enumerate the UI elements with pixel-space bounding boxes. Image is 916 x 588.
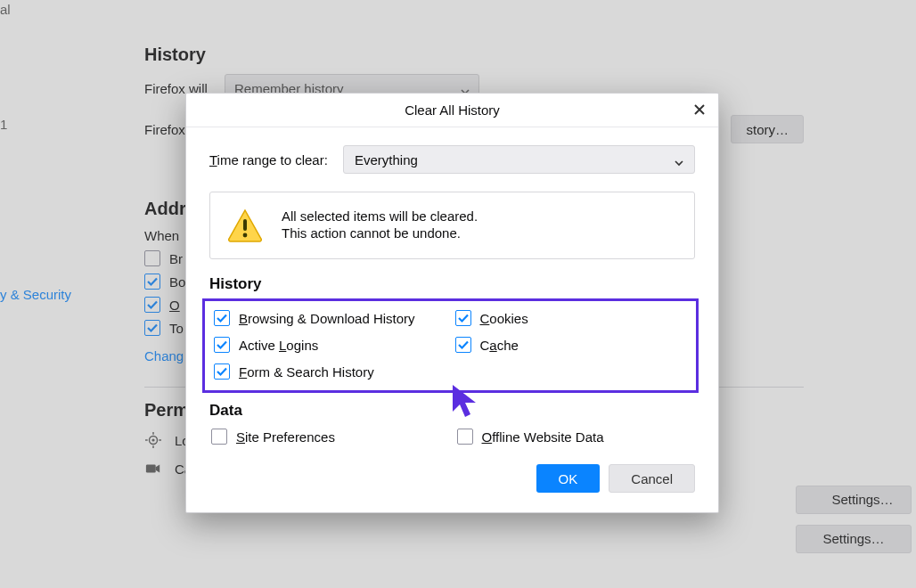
warning-line1: All selected items will be cleared. xyxy=(282,208,478,224)
time-range-row: Time range to clear: Everything xyxy=(209,145,695,174)
camera-icon xyxy=(144,460,162,478)
checkbox-label: Form & Search History xyxy=(239,364,374,380)
warning-text: All selected items will be cleared. This… xyxy=(282,208,478,242)
location-icon xyxy=(144,431,162,449)
clear-history-button-label: story… xyxy=(746,122,789,137)
firefox-will-text2: Firefox xyxy=(144,122,185,137)
checkbox-row-site-preferences: Site Preferences xyxy=(211,429,448,445)
checkbox-offline-website-data[interactable] xyxy=(457,429,473,445)
sidebar-item-unknown-fragment[interactable]: 1 xyxy=(0,117,94,132)
svg-point-8 xyxy=(243,233,248,238)
settings-button-label: Settings… xyxy=(814,492,893,507)
ok-button-label: OK xyxy=(559,471,578,486)
checkbox-label: Site Preferences xyxy=(236,429,335,445)
settings-button-camera[interactable]: Settings… xyxy=(796,525,912,553)
ok-button[interactable]: OK xyxy=(536,464,601,493)
close-button[interactable] xyxy=(690,101,709,120)
cb-br-label: Br xyxy=(169,251,183,266)
svg-rect-7 xyxy=(243,219,247,231)
settings-sidebar: al 1 y & Security xyxy=(0,0,94,588)
history-heading: History xyxy=(144,45,804,65)
checkbox-label: Active Logins xyxy=(239,338,318,353)
warning-box: All selected items will be cleared. This… xyxy=(209,192,695,259)
cb-to-label: To xyxy=(169,321,184,336)
checkbox-row-form-search: Form & Search History xyxy=(214,363,446,380)
annotation-highlight-box: Browsing & Download History Cookies Acti… xyxy=(202,298,699,393)
svg-point-1 xyxy=(151,438,154,441)
checkbox-browsing-history[interactable] xyxy=(144,250,160,266)
dialog-footer: OK Cancel xyxy=(186,461,718,512)
checkbox-cache[interactable] xyxy=(455,337,471,353)
checkbox-row-cache: Cache xyxy=(455,337,688,353)
warning-icon xyxy=(226,207,264,244)
clear-history-button-bg[interactable]: story… xyxy=(731,115,804,143)
chevron-down-icon xyxy=(675,155,683,164)
time-range-label: Time range to clear: xyxy=(209,152,332,167)
svg-rect-6 xyxy=(146,465,156,473)
checkbox-browsing-download-history[interactable] xyxy=(214,310,230,326)
checkbox-site-preferences[interactable] xyxy=(211,429,227,445)
checkbox-bookmarks[interactable] xyxy=(144,274,160,290)
checkbox-label: Cache xyxy=(480,338,519,353)
checkbox-label: Cookies xyxy=(480,311,528,326)
sidebar-item-privacy-security[interactable]: y & Security xyxy=(0,283,94,306)
chevron-down-icon xyxy=(461,84,470,93)
time-range-select[interactable]: Everything xyxy=(343,145,695,174)
clear-history-dialog: Clear All History Time range to clear: E… xyxy=(185,93,719,513)
close-icon xyxy=(693,102,706,118)
checkbox-row-browsing-history: Browsing & Download History xyxy=(214,310,446,326)
settings-button-label: Settings… xyxy=(822,531,884,546)
time-range-value: Everything xyxy=(355,152,418,167)
checkbox-label: Offline Website Data xyxy=(482,429,604,445)
settings-button-location[interactable]: Settings… xyxy=(796,486,912,514)
history-section-heading: History xyxy=(209,275,695,293)
cancel-button[interactable]: Cancel xyxy=(609,464,695,493)
dialog-header: Clear All History xyxy=(186,94,718,127)
sidebar-item-general-fragment[interactable]: al xyxy=(0,2,94,17)
data-section-heading: Data xyxy=(209,402,695,420)
checkbox-cookies[interactable] xyxy=(455,310,471,326)
warning-line2: This action cannot be undone. xyxy=(282,225,478,241)
checkbox-top-sites[interactable] xyxy=(144,320,160,336)
checkbox-row-offline-data: Offline Website Data xyxy=(457,429,694,445)
checkbox-row-cookies: Cookies xyxy=(455,310,688,326)
checkbox-row-active-logins: Active Logins xyxy=(214,337,446,353)
checkbox-open-tabs[interactable] xyxy=(144,297,160,313)
checkbox-active-logins[interactable] xyxy=(214,337,230,353)
dialog-title: Clear All History xyxy=(405,102,500,118)
cancel-button-label: Cancel xyxy=(631,471,673,486)
cb-bo-label: Bo xyxy=(169,274,185,290)
settings-buttons-col: Settings… Settings… xyxy=(796,486,916,564)
change-preferences-label: Chang xyxy=(144,348,184,363)
data-items-grid: Site Preferences Offline Website Data xyxy=(209,425,695,446)
cb-of-label: O xyxy=(169,298,180,313)
dialog-body: Time range to clear: Everything All sele… xyxy=(186,127,718,461)
history-items-grid: Browsing & Download History Cookies Acti… xyxy=(212,305,689,381)
checkbox-form-search-history[interactable] xyxy=(214,363,230,380)
checkbox-label: Browsing & Download History xyxy=(239,311,415,326)
sidebar-item-label: y & Security xyxy=(0,287,71,302)
